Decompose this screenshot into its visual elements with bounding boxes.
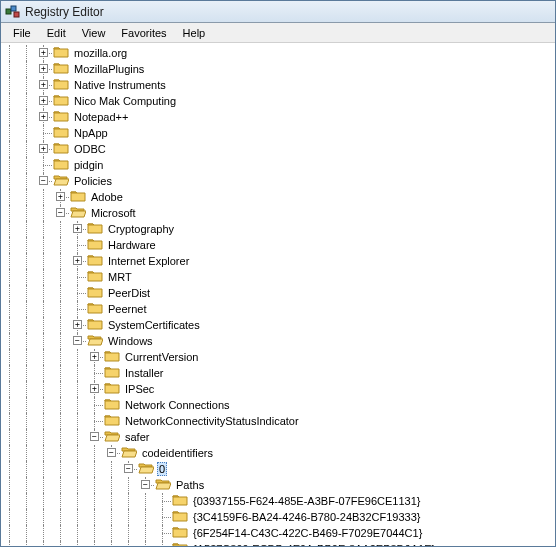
menu-view[interactable]: View xyxy=(74,25,114,41)
collapse-icon[interactable]: − xyxy=(39,176,48,185)
expand-icon[interactable]: + xyxy=(39,80,48,89)
tree-node[interactable]: +Notepad++ xyxy=(1,109,555,125)
tree-node[interactable]: −Policies xyxy=(1,173,555,189)
expand-icon[interactable]: + xyxy=(39,144,48,153)
tree-node-label[interactable]: Native Instruments xyxy=(72,79,168,91)
window-title: Registry Editor xyxy=(25,5,104,19)
tree-node[interactable]: {03937155-F624-485E-A3BF-07FE96CE1131} xyxy=(1,493,555,509)
expand-icon[interactable]: + xyxy=(90,352,99,361)
collapse-icon[interactable]: − xyxy=(124,464,133,473)
tree-node-label[interactable]: MozillaPlugins xyxy=(72,63,146,75)
folder-icon xyxy=(103,397,123,413)
tree-node[interactable]: {3C4159F6-BA24-4246-B780-24B32CF19333} xyxy=(1,509,555,525)
tree-node-label[interactable]: Hardware xyxy=(106,239,158,251)
tree-node[interactable]: +MozillaPlugins xyxy=(1,61,555,77)
collapse-icon[interactable]: − xyxy=(90,432,99,441)
tree-node-label[interactable]: IPSec xyxy=(123,383,156,395)
tree-node-label[interactable]: safer xyxy=(123,431,151,443)
menu-file[interactable]: File xyxy=(5,25,39,41)
tree-node[interactable]: +ODBC xyxy=(1,141,555,157)
tree-node-label[interactable]: Microsoft xyxy=(89,207,138,219)
folder-open-icon xyxy=(69,205,89,221)
tree-node[interactable]: NetworkConnectivityStatusIndicator xyxy=(1,413,555,429)
tree-node-label[interactable]: Windows xyxy=(106,335,155,347)
collapse-icon[interactable]: − xyxy=(141,480,150,489)
folder-icon xyxy=(86,317,106,333)
tree-node[interactable]: −Paths xyxy=(1,477,555,493)
tree-node-label[interactable]: {A537C899-ECDB-4E9A-BB0E-8AA2EB8D6A1E} xyxy=(191,543,437,546)
tree-node-label[interactable]: Policies xyxy=(72,175,114,187)
expand-icon[interactable]: + xyxy=(90,384,99,393)
expand-icon[interactable]: + xyxy=(73,256,82,265)
tree-node[interactable]: +Internet Explorer xyxy=(1,253,555,269)
tree-node-label[interactable]: CurrentVersion xyxy=(123,351,200,363)
expand-icon[interactable]: + xyxy=(39,112,48,121)
svg-rect-2 xyxy=(14,12,19,17)
tree-node-label[interactable]: codeidentifiers xyxy=(140,447,215,459)
tree-node[interactable]: Peernet xyxy=(1,301,555,317)
expand-icon[interactable]: + xyxy=(39,48,48,57)
tree-node-label[interactable]: 0 xyxy=(157,462,167,476)
tree-node[interactable]: +SystemCertificates xyxy=(1,317,555,333)
tree-node[interactable]: +Adobe xyxy=(1,189,555,205)
folder-icon xyxy=(86,301,106,317)
menu-favorites[interactable]: Favorites xyxy=(113,25,174,41)
tree-node-label[interactable]: Peernet xyxy=(106,303,149,315)
collapse-icon[interactable]: − xyxy=(56,208,65,217)
tree-node-label[interactable]: SystemCertificates xyxy=(106,319,202,331)
tree-node-label[interactable]: Network Connections xyxy=(123,399,232,411)
tree-node-label[interactable]: Internet Explorer xyxy=(106,255,191,267)
tree-node-label[interactable]: PeerDist xyxy=(106,287,152,299)
tree-node-label[interactable]: Cryptography xyxy=(106,223,176,235)
tree-node[interactable]: Installer xyxy=(1,365,555,381)
expand-icon[interactable]: + xyxy=(39,64,48,73)
tree-node[interactable]: +CurrentVersion xyxy=(1,349,555,365)
registry-tree[interactable]: +mozilla.org+MozillaPlugins+Native Instr… xyxy=(1,43,555,546)
folder-icon xyxy=(103,365,123,381)
tree-node[interactable]: PeerDist xyxy=(1,285,555,301)
tree-node[interactable]: +IPSec xyxy=(1,381,555,397)
tree-node[interactable]: −Microsoft xyxy=(1,205,555,221)
tree-node[interactable]: {6F254F14-C43C-422C-B469-F7029E7044C1} xyxy=(1,525,555,541)
collapse-icon[interactable]: − xyxy=(107,448,116,457)
tree-node-label[interactable]: pidgin xyxy=(72,159,105,171)
tree-node-label[interactable]: Adobe xyxy=(89,191,125,203)
folder-open-icon xyxy=(137,461,157,477)
tree-node-label[interactable]: ODBC xyxy=(72,143,108,155)
tree-node-label[interactable]: Paths xyxy=(174,479,206,491)
tree-node-label[interactable]: mozilla.org xyxy=(72,47,129,59)
tree-node[interactable]: pidgin xyxy=(1,157,555,173)
tree-node[interactable]: MRT xyxy=(1,269,555,285)
menu-help[interactable]: Help xyxy=(175,25,214,41)
tree-node[interactable]: −0 xyxy=(1,461,555,477)
tree-node[interactable]: +Native Instruments xyxy=(1,77,555,93)
tree-node[interactable]: {A537C899-ECDB-4E9A-BB0E-8AA2EB8D6A1E} xyxy=(1,541,555,546)
menu-edit[interactable]: Edit xyxy=(39,25,74,41)
tree-node[interactable]: NpApp xyxy=(1,125,555,141)
tree-node-label[interactable]: {3C4159F6-BA24-4246-B780-24B32CF19333} xyxy=(191,511,423,523)
collapse-icon[interactable]: − xyxy=(73,336,82,345)
tree-node-label[interactable]: MRT xyxy=(106,271,134,283)
tree-node[interactable]: +Cryptography xyxy=(1,221,555,237)
tree-node[interactable]: Network Connections xyxy=(1,397,555,413)
folder-open-icon xyxy=(154,477,174,493)
tree-node-label[interactable]: Installer xyxy=(123,367,166,379)
tree-node-label[interactable]: {6F254F14-C43C-422C-B469-F7029E7044C1} xyxy=(191,527,424,539)
folder-icon xyxy=(103,349,123,365)
expand-icon[interactable]: + xyxy=(39,96,48,105)
folder-open-icon xyxy=(52,173,72,189)
tree-node-label[interactable]: NpApp xyxy=(72,127,110,139)
tree-node-label[interactable]: Notepad++ xyxy=(72,111,130,123)
tree-node[interactable]: −safer xyxy=(1,429,555,445)
tree-node-label[interactable]: {03937155-F624-485E-A3BF-07FE96CE1131} xyxy=(191,495,423,507)
tree-node-label[interactable]: NetworkConnectivityStatusIndicator xyxy=(123,415,301,427)
expand-icon[interactable]: + xyxy=(73,224,82,233)
expand-icon[interactable]: + xyxy=(73,320,82,329)
tree-node[interactable]: −Windows xyxy=(1,333,555,349)
tree-node[interactable]: +Nico Mak Computing xyxy=(1,93,555,109)
tree-node[interactable]: +mozilla.org xyxy=(1,45,555,61)
tree-node[interactable]: Hardware xyxy=(1,237,555,253)
tree-node-label[interactable]: Nico Mak Computing xyxy=(72,95,178,107)
expand-icon[interactable]: + xyxy=(56,192,65,201)
tree-node[interactable]: −codeidentifiers xyxy=(1,445,555,461)
